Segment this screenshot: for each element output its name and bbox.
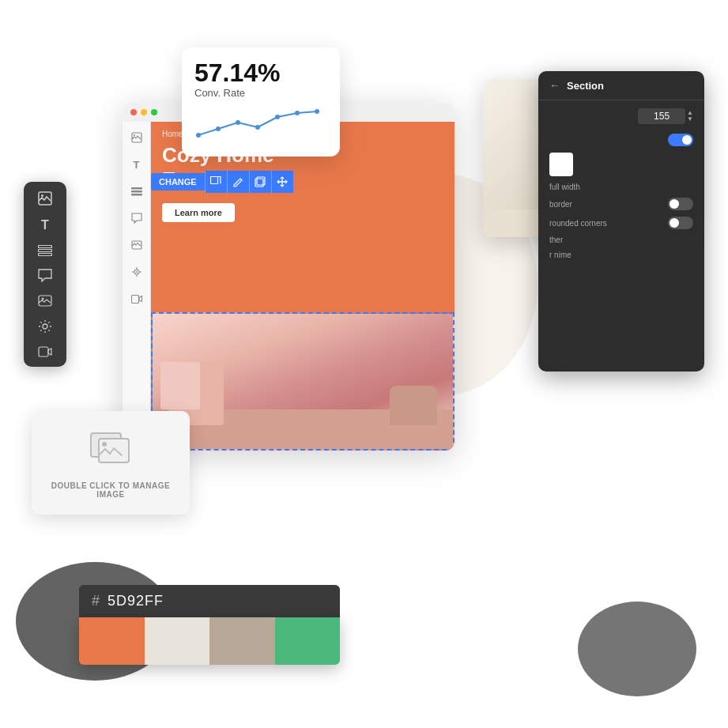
rounded-corners-row: rounded corners [549,217,693,229]
arrow-down[interactable]: ▼ [687,116,693,123]
layout-panel-icon[interactable] [38,245,52,256]
border-toggle[interactable] [668,198,693,210]
settings-panel-icon[interactable] [38,319,52,334]
image-manager-card[interactable]: DOUBLE CLICK TO MANAGE IMAGE [32,411,190,515]
settings-body: ▲ ▼ full width border rounded corners th… [538,100,704,273]
svg-point-34 [102,442,107,447]
editor-toolbar-text[interactable]: T [129,157,145,172]
color-picker: # 5D92FF [79,585,340,665]
change-edit-icon[interactable] [227,171,249,193]
settings-number-field: ▲ ▼ [549,108,693,124]
svg-rect-10 [39,250,52,252]
svg-point-5 [295,111,300,115]
toggle-row-toggle [549,134,693,146]
toggle-on[interactable] [668,134,693,146]
color-hex-row: # 5D92FF [79,585,340,617]
conversion-rate-value: 57.14% [194,60,327,85]
settings-header: ← Section [538,71,704,100]
settings-back-arrow[interactable]: ← [549,79,560,92]
swatch-warm-gray[interactable] [209,617,275,665]
image-panel-icon[interactable] [38,191,52,206]
hash-symbol: # [92,593,100,609]
swatch-green[interactable] [275,617,341,665]
rounded-corners-toggle[interactable] [668,217,693,229]
hero-image-block [151,312,455,451]
editor-toolbar-layout[interactable] [129,183,145,199]
swatch-light-gray[interactable] [145,617,210,665]
other-row-2: r nime [549,251,693,259]
hero-section: Home&calm Cozy Home Essentials Learn mor… [151,122,455,451]
hero-cta-button[interactable]: Learn more [162,203,235,222]
svg-point-3 [255,125,260,130]
other-row-1: ther [549,236,693,244]
photo-panel-icon[interactable] [38,295,52,307]
change-move-icon[interactable] [271,171,293,193]
svg-rect-9 [39,246,52,248]
svg-rect-11 [39,254,52,256]
settings-number-arrows: ▲ ▼ [687,110,693,123]
decorative-blob-right [578,602,696,696]
svg-rect-18 [131,187,142,190]
svg-rect-19 [131,190,142,193]
svg-point-0 [196,133,201,138]
color-swatch-white[interactable] [549,153,573,176]
browser-dot-minimize [141,109,147,115]
change-duplicate-icon[interactable] [249,171,271,193]
svg-point-8 [41,194,43,197]
conversion-rate-label: Conv. Rate [194,87,327,99]
svg-rect-20 [131,194,142,196]
other-label-1: ther [549,236,563,244]
svg-point-17 [134,134,135,136]
svg-rect-29 [211,177,218,184]
editor-body: T [123,122,455,451]
browser-dot-close [130,109,137,115]
swatch-orange[interactable] [79,617,145,665]
video-panel-icon[interactable] [38,346,52,357]
settings-number-input[interactable] [638,108,685,124]
change-button[interactable]: CHANGE [151,173,205,190]
editor-toolbar-elements[interactable] [129,264,145,280]
color-swatches [79,617,340,665]
text-panel-icon[interactable]: T [41,218,49,232]
svg-point-1 [216,126,221,131]
change-copy-icon[interactable] [205,171,227,193]
browser-dot-fullscreen [151,109,157,115]
svg-point-2 [236,120,240,125]
interior-image [153,314,453,449]
svg-point-23 [136,271,138,273]
image-manager-icon [87,427,134,473]
svg-point-6 [315,109,319,114]
full-width-label: full width [549,183,580,191]
rounded-corners-label: rounded corners [549,219,607,228]
line-chart [194,105,325,141]
border-label: border [549,200,572,209]
analytics-card: 57.14% Conv. Rate [182,47,340,157]
svg-point-14 [43,324,47,329]
svg-point-4 [275,115,280,119]
editor-toolbar-comments[interactable] [129,210,145,226]
comment-panel-icon[interactable] [38,269,52,282]
editor-toolbar-gallery[interactable] [129,237,145,253]
other-label-2: r nime [549,251,571,259]
settings-panel: ← Section ▲ ▼ full width border [538,71,704,372]
change-toolbar: CHANGE [151,171,293,193]
border-row: border [549,198,693,210]
editor-toolbar-image[interactable] [129,130,145,145]
editor-toolbar-video[interactable] [129,291,145,307]
image-manager-text: DOUBLE CLICK TO MANAGE IMAGE [47,481,174,499]
full-width-row: full width [549,183,693,191]
svg-rect-28 [131,295,138,303]
settings-title: Section [567,80,604,92]
hex-value[interactable]: 5D92FF [108,593,164,609]
left-icon-panel: T [24,182,66,367]
svg-rect-15 [39,347,48,356]
svg-point-13 [42,298,44,300]
editor-left-toolbar: T [123,122,151,451]
scene: 57.14% Conv. Rate T [0,0,728,728]
